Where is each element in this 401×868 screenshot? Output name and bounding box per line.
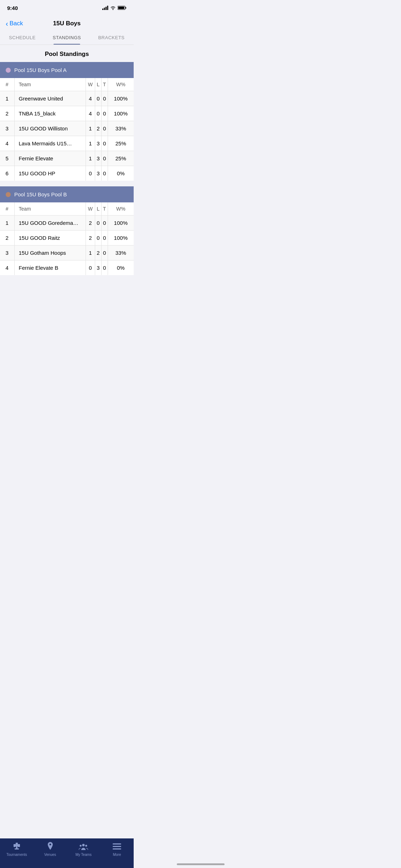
cell-w: 4 — [86, 91, 95, 106]
cell-t: 0 — [101, 121, 108, 136]
col-rank: # — [0, 78, 14, 91]
content-area: Pool Standings Pool 15U Boys Pool A # Te… — [0, 45, 134, 313]
cell-t: 0 — [101, 136, 108, 151]
cell-rank: 2 — [0, 231, 14, 246]
table-row: 2 TNBA 15_black 4 0 0 100% — [0, 106, 134, 121]
cell-wpct: 33% — [108, 246, 134, 260]
wifi-icon — [110, 6, 116, 10]
cell-rank: 1 — [0, 216, 14, 231]
col-wpct: W% — [108, 78, 134, 91]
col-w: W — [86, 78, 95, 91]
col-t: T — [101, 78, 108, 91]
back-chevron-icon: ‹ — [6, 20, 8, 28]
tab-schedule[interactable]: SCHEDULE — [0, 31, 45, 45]
cell-t: 0 — [101, 106, 108, 121]
pool-a-table: # Team W L T W% 1 Greenwave United 4 0 0… — [0, 78, 134, 181]
status-icons — [102, 6, 127, 10]
cell-wpct: 100% — [108, 106, 134, 121]
pool-b-section: Pool 15U Boys Pool B # Team W L T W% 1 1… — [0, 186, 134, 275]
col-rank: # — [0, 202, 14, 216]
table-row: 3 15U Gotham Hoops 1 2 0 33% — [0, 246, 134, 260]
top-tabs: SCHEDULE STANDINGS BRACKETS — [0, 31, 134, 45]
cell-rank: 3 — [0, 121, 14, 136]
cell-l: 0 — [95, 216, 102, 231]
svg-rect-5 — [118, 7, 124, 9]
cell-l: 3 — [95, 151, 102, 166]
cell-w: 0 — [86, 166, 95, 181]
back-button[interactable]: ‹ Back — [6, 20, 23, 28]
pool-a-dot — [6, 68, 11, 73]
col-t: T — [101, 202, 108, 216]
status-time: 9:40 — [7, 5, 18, 11]
cell-t: 0 — [101, 246, 108, 260]
cell-w: 1 — [86, 121, 95, 136]
cell-wpct: 0% — [108, 260, 134, 275]
svg-rect-0 — [102, 9, 103, 10]
cell-l: 3 — [95, 136, 102, 151]
cell-team: Greenwave United — [14, 91, 86, 106]
pool-a-section: Pool 15U Boys Pool A # Team W L T W% 1 G… — [0, 62, 134, 181]
table-row: 4 Lava Mermaids U15… 1 3 0 25% — [0, 136, 134, 151]
cell-w: 1 — [86, 136, 95, 151]
table-row: 1 15U GOOD Goredema… 2 0 0 100% — [0, 216, 134, 231]
table-row: 1 Greenwave United 4 0 0 100% — [0, 91, 134, 106]
pool-b-title: Pool 15U Boys Pool B — [14, 191, 67, 197]
pool-b-dot — [6, 192, 11, 197]
cell-team: Fernie Elevate — [14, 151, 86, 166]
cell-team: 15U Gotham Hoops — [14, 246, 86, 260]
cell-rank: 6 — [0, 166, 14, 181]
cell-wpct: 33% — [108, 121, 134, 136]
cell-l: 2 — [95, 246, 102, 260]
cell-rank: 2 — [0, 106, 14, 121]
cell-rank: 3 — [0, 246, 14, 260]
cell-wpct: 100% — [108, 216, 134, 231]
cell-l: 0 — [95, 106, 102, 121]
cell-wpct: 100% — [108, 91, 134, 106]
col-team: Team — [14, 78, 86, 91]
cell-wpct: 25% — [108, 151, 134, 166]
col-w: W — [86, 202, 95, 216]
cell-l: 3 — [95, 166, 102, 181]
cell-team: 15U GOOD HP — [14, 166, 86, 181]
page-title: 15U Boys — [53, 20, 81, 27]
cell-t: 0 — [101, 216, 108, 231]
cell-team: 15U GOOD Raitz — [14, 231, 86, 246]
cell-wpct: 0% — [108, 166, 134, 181]
pool-a-title: Pool 15U Boys Pool A — [14, 67, 67, 73]
battery-icon — [118, 6, 127, 10]
tab-brackets[interactable]: BRACKETS — [89, 31, 134, 45]
svg-rect-3 — [107, 6, 108, 10]
table-row: 2 15U GOOD Raitz 2 0 0 100% — [0, 231, 134, 246]
cell-team: 15U GOOD Goredema… — [14, 216, 86, 231]
col-l: L — [95, 78, 102, 91]
cell-l: 0 — [95, 231, 102, 246]
cell-w: 1 — [86, 151, 95, 166]
cell-team: Lava Mermaids U15… — [14, 136, 86, 151]
nav-header: ‹ Back 15U Boys — [0, 16, 134, 31]
cell-l: 3 — [95, 260, 102, 275]
status-bar: 9:40 — [0, 0, 134, 16]
table-row: 5 Fernie Elevate 1 3 0 25% — [0, 151, 134, 166]
svg-rect-1 — [104, 8, 105, 10]
pool-a-header-row: # Team W L T W% — [0, 78, 134, 91]
pool-b-header-row: # Team W L T W% — [0, 202, 134, 216]
table-row: 4 Fernie Elevate B 0 3 0 0% — [0, 260, 134, 275]
cell-w: 1 — [86, 246, 95, 260]
tab-standings[interactable]: STANDINGS — [45, 31, 89, 45]
table-row: 6 15U GOOD HP 0 3 0 0% — [0, 166, 134, 181]
svg-rect-2 — [106, 7, 107, 10]
svg-rect-6 — [125, 7, 126, 9]
cell-rank: 1 — [0, 91, 14, 106]
cell-w: 0 — [86, 260, 95, 275]
cell-t: 0 — [101, 231, 108, 246]
cell-t: 0 — [101, 166, 108, 181]
cell-l: 2 — [95, 121, 102, 136]
cell-team: Fernie Elevate B — [14, 260, 86, 275]
cell-w: 4 — [86, 106, 95, 121]
pool-b-header: Pool 15U Boys Pool B — [0, 186, 134, 202]
cell-w: 2 — [86, 216, 95, 231]
cell-l: 0 — [95, 91, 102, 106]
back-label: Back — [10, 20, 23, 27]
cell-wpct: 100% — [108, 231, 134, 246]
cell-t: 0 — [101, 151, 108, 166]
